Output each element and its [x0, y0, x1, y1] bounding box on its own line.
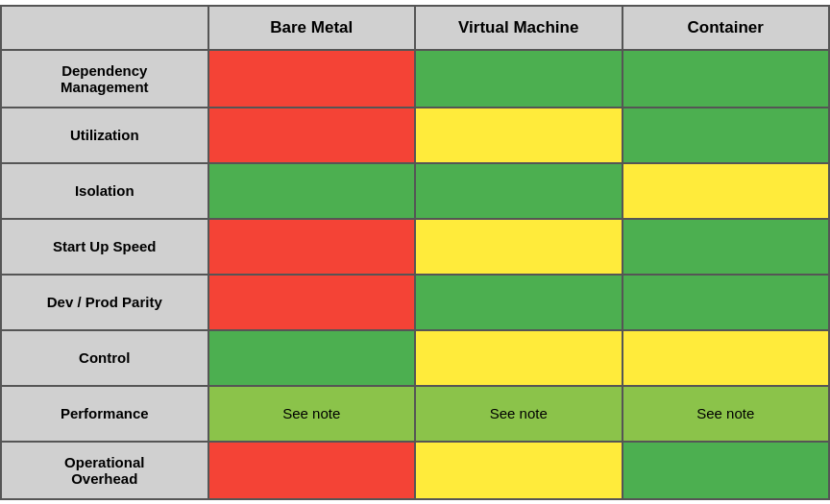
header-container: Container — [622, 6, 830, 50]
table-cell — [415, 330, 622, 386]
row-label: Isolation — [1, 163, 208, 219]
row-label: Performance — [1, 386, 208, 442]
table-cell — [622, 330, 830, 386]
table-row: Utilization — [1, 108, 829, 163]
table-cell: See note — [208, 386, 416, 442]
table-row: Start Up Speed — [1, 219, 829, 275]
table-row: Dev / Prod Parity — [1, 275, 829, 330]
table-cell — [415, 275, 622, 330]
table-cell — [622, 108, 830, 163]
table-cell — [622, 219, 830, 275]
table-cell — [208, 275, 416, 330]
header-virtual-machine: Virtual Machine — [415, 6, 622, 50]
table-row: PerformanceSee noteSee noteSee note — [1, 386, 829, 442]
header-bare-metal: Bare Metal — [208, 6, 416, 50]
table-cell: See note — [415, 386, 622, 442]
row-label: Control — [1, 330, 208, 386]
table-row: Isolation — [1, 163, 829, 219]
table-header-row: Bare Metal Virtual Machine Container — [1, 6, 829, 50]
table-cell — [208, 108, 416, 163]
table-cell: See note — [622, 386, 830, 442]
table-cell — [415, 442, 622, 499]
table-cell — [208, 330, 416, 386]
row-label: Start Up Speed — [1, 219, 208, 275]
row-label: Operational Overhead — [1, 442, 208, 499]
table-cell — [208, 442, 416, 499]
table-cell — [415, 108, 622, 163]
table-cell — [415, 219, 622, 275]
table-cell — [208, 219, 416, 275]
table-cell — [415, 50, 622, 108]
table-row: Operational Overhead — [1, 442, 829, 499]
table-row: Control — [1, 330, 829, 386]
table-cell — [622, 50, 830, 108]
table-cell — [622, 442, 830, 499]
table-body: Dependency ManagementUtilizationIsolatio… — [1, 50, 829, 499]
header-label-col — [1, 6, 208, 50]
row-label: Dependency Management — [1, 50, 208, 108]
table-cell — [622, 163, 830, 219]
table-cell — [208, 163, 416, 219]
table-cell — [415, 163, 622, 219]
comparison-table: Bare Metal Virtual Machine Container Dep… — [0, 5, 830, 500]
table-cell — [622, 275, 830, 330]
row-label: Dev / Prod Parity — [1, 275, 208, 330]
table-cell — [208, 50, 416, 108]
row-label: Utilization — [1, 108, 208, 163]
table-row: Dependency Management — [1, 50, 829, 108]
